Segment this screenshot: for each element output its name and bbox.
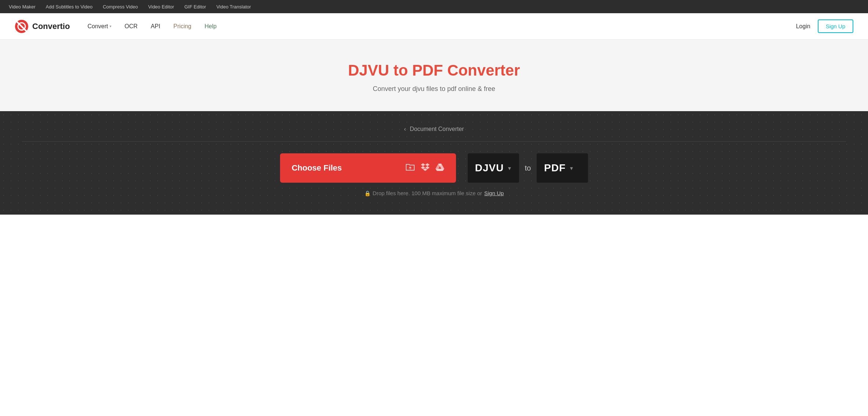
converter-section: ‹ Document Converter Choose Files	[0, 111, 868, 215]
topbar-link-video-maker[interactable]: Video Maker	[9, 4, 36, 10]
converter-row: Choose Files	[22, 153, 846, 183]
file-icons	[405, 163, 444, 173]
page-title: DJVU to PDF Converter	[7, 62, 861, 79]
to-format-chevron-icon: ▾	[570, 165, 573, 172]
folder-icon	[405, 163, 415, 173]
topbar-link-video-translator[interactable]: Video Translator	[216, 4, 251, 10]
breadcrumb: Document Converter	[410, 126, 464, 132]
hero-section: DJVU to PDF Converter Convert your djvu …	[0, 40, 868, 111]
dropbox-icon	[421, 163, 430, 173]
nav-ocr[interactable]: OCR	[125, 23, 138, 30]
logo-text: Convertio	[32, 22, 70, 31]
login-button[interactable]: Login	[796, 23, 810, 30]
nav-convert[interactable]: Convert ▾	[88, 23, 111, 30]
logo-icon	[15, 19, 29, 33]
breadcrumb-bar: ‹ Document Converter	[22, 126, 846, 142]
nav-api[interactable]: API	[151, 23, 160, 30]
from-format-button[interactable]: DJVU ▾	[468, 153, 519, 183]
topbar: Video Maker Add Subtitles to Video Compr…	[0, 0, 868, 13]
header-right: Login Sign Up	[796, 19, 853, 33]
nav-help[interactable]: Help	[205, 23, 217, 30]
google-drive-icon	[435, 163, 444, 173]
topbar-link-gif-editor[interactable]: GIF Editor	[184, 4, 206, 10]
to-format-button[interactable]: PDF ▾	[537, 153, 588, 183]
to-label: to	[525, 164, 531, 172]
choose-files-button[interactable]: Choose Files	[280, 153, 456, 183]
signup-button[interactable]: Sign Up	[818, 19, 853, 33]
chevron-left-icon: ‹	[404, 126, 406, 132]
from-format-label: DJVU	[475, 162, 504, 174]
choose-files-label: Choose Files	[292, 163, 342, 173]
format-group: DJVU ▾ to PDF ▾	[468, 153, 588, 183]
main-nav: Convert ▾ OCR API Pricing Help	[88, 23, 217, 30]
chevron-down-icon: ▾	[110, 24, 111, 28]
from-format-chevron-icon: ▾	[508, 165, 511, 172]
to-format-label: PDF	[544, 162, 566, 174]
drop-zone-text: 🔒 Drop files here. 100 MB maximum file s…	[22, 190, 846, 196]
topbar-link-video-editor[interactable]: Video Editor	[148, 4, 174, 10]
lock-icon: 🔒	[364, 190, 371, 196]
nav-pricing[interactable]: Pricing	[173, 23, 191, 30]
topbar-link-add-subtitles[interactable]: Add Subtitles to Video	[46, 4, 93, 10]
header: Convertio Convert ▾ OCR API Pricing Help…	[0, 13, 868, 40]
drop-text: Drop files here. 100 MB maximum file siz…	[373, 190, 482, 196]
logo[interactable]: Convertio	[15, 19, 70, 33]
topbar-link-compress-video[interactable]: Compress Video	[103, 4, 138, 10]
header-left: Convertio Convert ▾ OCR API Pricing Help	[15, 19, 217, 33]
hero-subtitle: Convert your djvu files to pdf online & …	[7, 85, 861, 93]
drop-signup-link[interactable]: Sign Up	[484, 190, 504, 196]
